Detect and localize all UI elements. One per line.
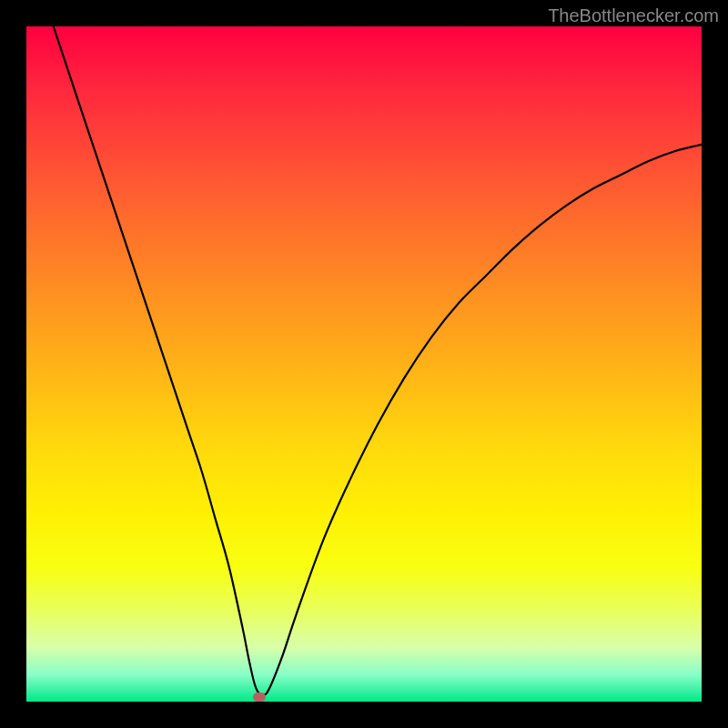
chart-marker — [253, 693, 266, 702]
chart-plot-area — [26, 26, 702, 702]
chart-svg — [26, 26, 702, 702]
chart-curve — [54, 26, 702, 695]
attribution-label: TheBottlenecker.com — [548, 5, 719, 26]
